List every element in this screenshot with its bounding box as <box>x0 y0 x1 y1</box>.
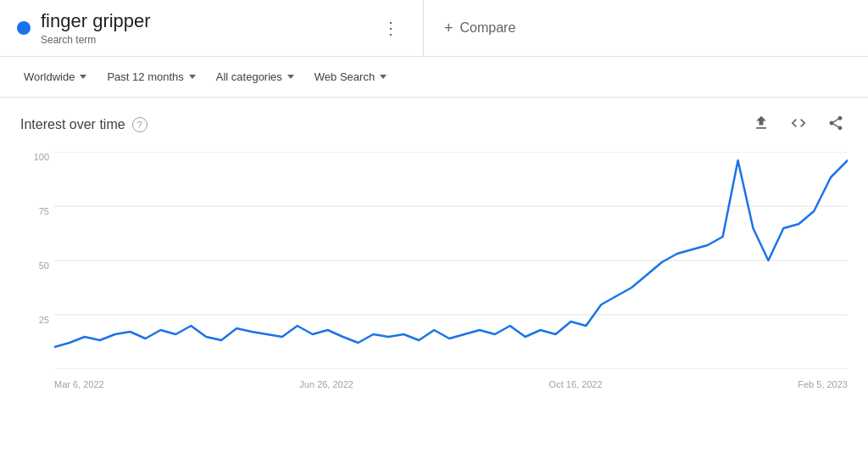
search-term-text: finger gripper Search term <box>41 10 151 46</box>
time-range-chevron-icon <box>189 75 196 79</box>
category-chevron-icon <box>287 75 294 79</box>
search-term-title: finger gripper <box>41 10 151 32</box>
chart-actions <box>749 111 848 138</box>
search-type-filter-label: Web Search <box>314 70 375 83</box>
share-button[interactable] <box>824 111 848 138</box>
y-label-25: 25 <box>20 315 49 325</box>
embed-icon <box>790 115 807 132</box>
chart-header: Interest over time ? <box>20 111 848 138</box>
chart-inner: Mar 6, 2022 Jun 26, 2022 Oct 16, 2022 Fe… <box>54 152 848 389</box>
download-button[interactable] <box>749 111 773 138</box>
trend-line-svg <box>54 152 848 369</box>
y-label-100: 100 <box>20 152 49 162</box>
y-axis-labels: 100 75 50 25 <box>20 152 49 389</box>
chart-section: Interest over time ? <box>0 98 868 403</box>
search-term-left: finger gripper Search term <box>17 10 151 46</box>
y-label-75: 75 <box>20 206 49 216</box>
blue-dot-indicator <box>17 21 31 35</box>
compare-section: + Compare <box>424 0 868 56</box>
search-term-section: finger gripper Search term ⋮ <box>0 0 424 56</box>
category-filter-button[interactable]: All categories <box>209 65 301 88</box>
time-range-filter-label: Past 12 months <box>107 70 183 83</box>
download-icon <box>753 115 770 132</box>
compare-label: Compare <box>460 20 516 36</box>
location-chevron-icon <box>80 75 86 79</box>
more-options-button[interactable]: ⋮ <box>376 14 406 42</box>
y-label-50: 50 <box>20 260 49 271</box>
search-type-filter-button[interactable]: Web Search <box>308 65 393 88</box>
location-filter-label: Worldwide <box>24 70 75 83</box>
chart-container: 100 75 50 25 Mar 6 <box>54 152 848 389</box>
chart-title-area: Interest over time ? <box>20 117 147 132</box>
filters-bar: Worldwide Past 12 months All categories … <box>0 57 868 98</box>
embed-button[interactable] <box>787 111 810 138</box>
search-type-chevron-icon <box>380 75 387 79</box>
x-label-mar: Mar 6, 2022 <box>54 379 104 389</box>
share-icon <box>827 115 844 132</box>
plus-icon: + <box>444 20 453 37</box>
search-term-subtitle: Search term <box>41 34 151 46</box>
time-range-filter-button[interactable]: Past 12 months <box>100 65 202 88</box>
category-filter-label: All categories <box>216 70 282 83</box>
compare-button[interactable]: + Compare <box>444 20 515 37</box>
x-label-feb: Feb 5, 2023 <box>798 379 848 389</box>
chart-title: Interest over time <box>20 117 125 132</box>
x-axis-labels: Mar 6, 2022 Jun 26, 2022 Oct 16, 2022 Fe… <box>54 379 848 389</box>
x-label-oct: Oct 16, 2022 <box>549 379 603 389</box>
x-label-jun: Jun 26, 2022 <box>299 379 353 389</box>
top-bar: finger gripper Search term ⋮ + Compare <box>0 0 868 57</box>
help-icon[interactable]: ? <box>132 117 147 132</box>
location-filter-button[interactable]: Worldwide <box>17 65 93 88</box>
